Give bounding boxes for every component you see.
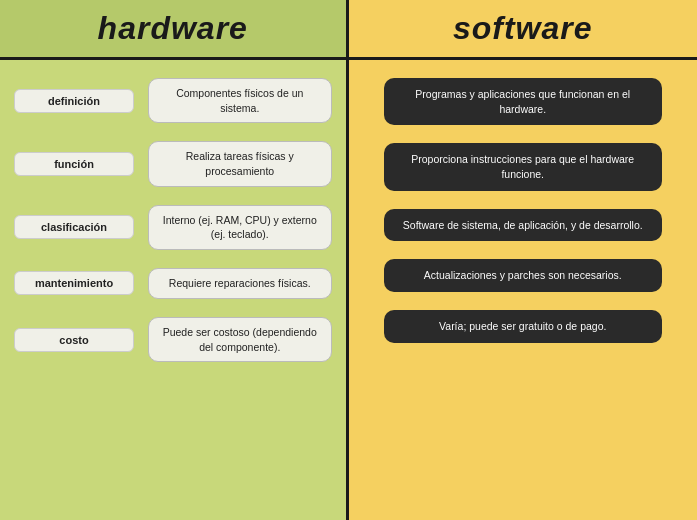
software-header: software: [349, 0, 698, 57]
hardware-title: hardware: [98, 10, 248, 47]
hw-desc: Puede ser costoso (dependiendo del compo…: [148, 317, 332, 362]
hardware-header: hardware: [0, 0, 349, 57]
hw-desc: Requiere reparaciones físicas.: [148, 268, 332, 299]
hw-row: funciónRealiza tareas físicas y procesam…: [14, 141, 332, 186]
sw-card: Varía; puede ser gratuito o de pago.: [384, 310, 662, 343]
hw-desc: Interno (ej. RAM, CPU) y externo (ej. te…: [148, 205, 332, 250]
hw-row: costoPuede ser costoso (dependiendo del …: [14, 317, 332, 362]
hw-label: definición: [14, 89, 134, 113]
header-row: hardware software: [0, 0, 697, 60]
hw-row: definiciónComponentes físicos de un sist…: [14, 78, 332, 123]
sw-card: Software de sistema, de aplicación, y de…: [384, 209, 662, 242]
sw-card: Actualizaciones y parches son necesarios…: [384, 259, 662, 292]
hw-desc: Realiza tareas físicas y procesamiento: [148, 141, 332, 186]
sw-card: Proporciona instrucciones para que el ha…: [384, 143, 662, 190]
hw-row: mantenimientoRequiere reparaciones físic…: [14, 268, 332, 299]
hw-label: costo: [14, 328, 134, 352]
hw-desc: Componentes físicos de un sistema.: [148, 78, 332, 123]
main-row: definiciónComponentes físicos de un sist…: [0, 60, 697, 520]
software-side: Programas y aplicaciones que funcionan e…: [349, 60, 698, 520]
software-title: software: [453, 10, 593, 47]
hardware-side: definiciónComponentes físicos de un sist…: [0, 60, 349, 520]
sw-card: Programas y aplicaciones que funcionan e…: [384, 78, 662, 125]
hw-label: función: [14, 152, 134, 176]
hw-label: clasificación: [14, 215, 134, 239]
hw-label: mantenimiento: [14, 271, 134, 295]
page: hardware software definiciónComponentes …: [0, 0, 697, 520]
hw-row: clasificaciónInterno (ej. RAM, CPU) y ex…: [14, 205, 332, 250]
